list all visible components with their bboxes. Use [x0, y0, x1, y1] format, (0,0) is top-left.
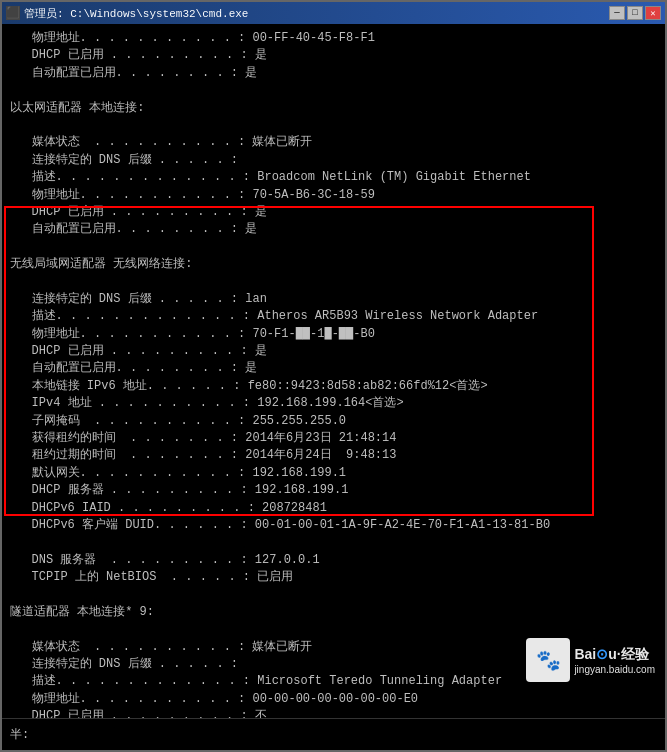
cmd-output: 物理地址. . . . . . . . . . . : 00-FF-40-45-…: [10, 30, 657, 718]
baidu-watermark: 🐾 Bai⊙u·经验 jingyan.baidu.com: [526, 638, 655, 682]
maximize-button[interactable]: □: [627, 6, 643, 20]
bottom-text: 半:: [10, 726, 29, 743]
baidu-brand: Bai⊙u·经验: [574, 646, 648, 664]
window-title: 管理员: C:\Windows\system32\cmd.exe: [24, 6, 248, 21]
title-bar-text: ⬛ 管理员: C:\Windows\system32\cmd.exe: [6, 6, 248, 21]
cmd-content: 物理地址. . . . . . . . . . . : 00-FF-40-45-…: [2, 24, 665, 718]
title-bar: ⬛ 管理员: C:\Windows\system32\cmd.exe — □ ✕: [2, 2, 665, 24]
baidu-site: jingyan.baidu.com: [574, 664, 655, 675]
title-bar-controls: — □ ✕: [609, 6, 661, 20]
baidu-bear-icon: 🐾: [526, 638, 570, 682]
cmd-window: ⬛ 管理员: C:\Windows\system32\cmd.exe — □ ✕…: [0, 0, 667, 752]
minimize-button[interactable]: —: [609, 6, 625, 20]
cmd-icon: ⬛: [6, 6, 20, 20]
bottom-bar: 半:: [2, 718, 665, 750]
close-button[interactable]: ✕: [645, 6, 661, 20]
baidu-logo: 🐾 Bai⊙u·经验 jingyan.baidu.com: [526, 638, 655, 682]
